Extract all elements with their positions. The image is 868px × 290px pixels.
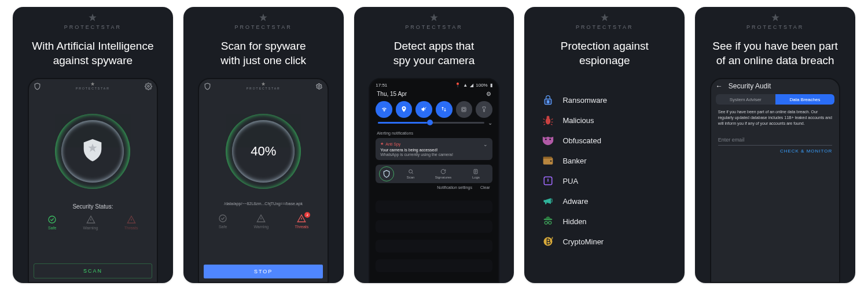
star-icon — [87, 13, 98, 23]
brand-logo: PROTECTSTAR — [746, 13, 804, 30]
bug-icon — [542, 114, 554, 127]
megaphone-icon — [542, 195, 554, 207]
chip-threats: Threats — [124, 215, 138, 230]
threat-item-ransomware: $Ransomware — [542, 94, 678, 106]
headline: Scan for spyware with just one click — [209, 39, 318, 68]
star-icon — [258, 13, 269, 23]
stop-button[interactable]: STOP — [204, 265, 322, 278]
svg-point-0 — [148, 85, 149, 87]
svg-point-10 — [546, 118, 550, 125]
promo-card-1: PROTECTSTAR With Artificial Intelligence… — [13, 7, 173, 283]
action-scan[interactable]: Scan — [394, 169, 426, 179]
mask-icon — [542, 134, 554, 147]
threat-item-adware: Adware — [542, 195, 678, 207]
mini-brand: PROTECTSTAR — [247, 81, 281, 90]
qs-date: Thu, 15 Apr — [377, 91, 407, 97]
notif-settings-link[interactable]: Notification settings — [437, 185, 472, 189]
notification-card[interactable]: ★Anti Spy Your camera is being accessed!… — [376, 138, 492, 160]
svg-point-13 — [550, 139, 551, 140]
app-icon[interactable] — [379, 166, 394, 181]
wifi-tile[interactable] — [376, 101, 392, 118]
brand-logo: PROTECTSTAR — [235, 13, 292, 30]
flashlight-tile[interactable] — [476, 101, 492, 118]
status-chips: Safe Warning Threats2 — [199, 214, 327, 229]
chip-threats: Threats2 — [295, 214, 309, 229]
chip-warning: Warning — [83, 215, 98, 230]
star-icon — [429, 13, 439, 23]
svg-point-12 — [545, 139, 547, 140]
gear-icon[interactable] — [145, 83, 152, 90]
action-signatures[interactable]: Signatures — [427, 169, 459, 179]
status-label: Security Status: — [29, 203, 157, 210]
svg-rect-5 — [463, 108, 465, 110]
brand-logo: PROTECTSTAR — [64, 13, 122, 30]
headline: Detect apps that spy your camera — [382, 39, 486, 68]
shield-icon[interactable] — [204, 83, 211, 90]
gear-icon[interactable] — [315, 83, 323, 90]
audit-description: See if you have been part of an online d… — [718, 109, 832, 127]
svg-point-3 — [219, 215, 226, 222]
phone-mock: PROTECTSTAR 40% /data/app/~~82L8zm...Chj… — [198, 78, 328, 283]
star-icon — [599, 13, 610, 23]
chip-safe: Safe — [218, 214, 227, 229]
promo-card-5: PROTECTSTAR See if you have been part of… — [695, 7, 855, 283]
screenshot-row: PROTECTSTAR With Artificial Intelligence… — [0, 0, 868, 290]
gear-icon[interactable]: ⚙ — [486, 91, 491, 97]
action-logs[interactable]: Logs — [459, 169, 492, 179]
email-field[interactable]: Enter email — [718, 137, 832, 146]
shield-icon[interactable] — [34, 83, 41, 90]
screen-title: Security Audit — [729, 82, 771, 90]
notif-title: Your camera is being accessed! — [380, 148, 487, 152]
tab-data-breaches[interactable]: Data Breaches — [775, 94, 835, 105]
spy-icon — [542, 215, 554, 228]
phone-mock: 17:51 📍▲◢100%▮ Thu, 15 Apr ⚙ ⌄ Alerting … — [369, 78, 499, 283]
wifi-indicator-icon: ▲ — [463, 83, 468, 88]
data-tile[interactable] — [436, 101, 453, 118]
brand-logo: PROTECTSTAR — [405, 13, 462, 30]
chevron-down-icon[interactable]: ⌄ — [483, 142, 488, 147]
tab-system-adviser[interactable]: System Adviser — [716, 94, 775, 105]
promo-card-4: PROTECTSTAR Protection against espionage… — [524, 7, 685, 283]
progress-ring: 40% — [226, 114, 301, 189]
location-indicator-icon: 📍 — [455, 83, 461, 88]
status-ring — [55, 114, 130, 189]
app-warning-icon — [542, 174, 554, 187]
status-time: 17:51 — [376, 83, 387, 88]
battery-percent: 100% — [476, 83, 487, 88]
chevron-down-icon[interactable]: ⌄ — [488, 120, 492, 126]
mini-brand: PROTECTSTAR — [76, 81, 110, 90]
notif-clear-link[interactable]: Clear — [480, 185, 490, 189]
headline: With Artificial Intelligence against spy… — [20, 39, 165, 68]
threat-item-obfuscated: Obfuscated — [542, 134, 678, 147]
threat-badge: 2 — [304, 212, 310, 218]
back-arrow-icon[interactable]: ← — [716, 82, 723, 90]
audit-tabs: System Adviser Data Breaches — [716, 94, 834, 105]
scan-button[interactable]: SCAN — [34, 263, 152, 278]
signal-indicator-icon: ◢ — [470, 83, 473, 88]
notif-actions: Scan Signatures Logs — [376, 165, 492, 183]
svg-point-11 — [547, 116, 550, 119]
svg-point-20 — [549, 221, 551, 224]
threat-item-cryptominer: CryptoMiner — [542, 235, 678, 248]
svg-point-6 — [409, 170, 412, 173]
phone-mock: PROTECTSTAR Security Status: Safe Warnin… — [28, 78, 158, 283]
sound-tile[interactable] — [415, 101, 432, 118]
star-icon — [770, 13, 781, 23]
svg-point-19 — [545, 221, 548, 224]
scan-path: /data/app/~~82L8zm...ChjTUxg==/base.apk — [199, 202, 327, 206]
svg-point-16 — [550, 161, 552, 162]
check-monitor-button[interactable]: CHECK & MONITOR — [780, 148, 832, 154]
brand-name: PROTECTSTAR — [64, 24, 122, 30]
brightness-slider[interactable] — [378, 122, 484, 124]
brand-logo: PROTECTSTAR — [576, 13, 633, 30]
status-chips: Safe Warning Threats — [29, 215, 157, 230]
notif-app: ★Anti Spy — [380, 142, 487, 146]
screenshot-tile[interactable] — [456, 101, 473, 118]
alert-header: Alerting notifications — [377, 131, 413, 135]
threat-item-pua: PUA — [542, 174, 678, 187]
qs-tiles — [376, 101, 492, 118]
coin-icon — [542, 235, 554, 248]
svg-point-2 — [318, 85, 320, 87]
location-tile[interactable] — [396, 101, 413, 118]
svg-rect-15 — [543, 157, 552, 158]
